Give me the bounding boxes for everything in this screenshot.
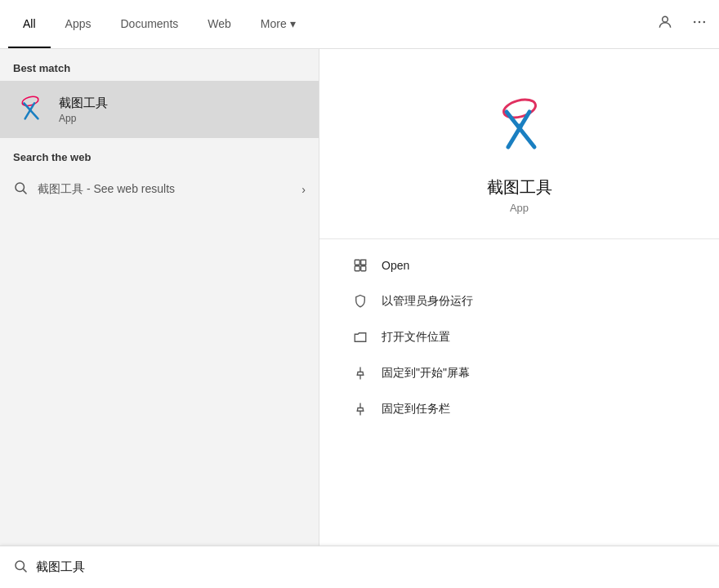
pin-taskbar-icon bbox=[352, 401, 368, 417]
tab-web-label: Web bbox=[208, 17, 231, 30]
person-icon[interactable] bbox=[654, 11, 677, 38]
svg-line-9 bbox=[23, 190, 26, 194]
search-web-icon bbox=[13, 180, 28, 198]
actions-list: Open 以管理员身份运行 打开文件位置 bbox=[319, 239, 719, 435]
tab-more[interactable]: More ▾ bbox=[246, 0, 310, 48]
svg-point-2 bbox=[699, 21, 701, 24]
svg-point-21 bbox=[16, 561, 25, 570]
web-search-label: Search the web bbox=[0, 138, 319, 170]
svg-rect-15 bbox=[355, 266, 360, 271]
svg-point-3 bbox=[703, 21, 706, 24]
svg-point-7 bbox=[29, 108, 31, 110]
app-type-large: App bbox=[510, 202, 529, 214]
tab-all-label: All bbox=[23, 17, 36, 30]
action-run-as-admin[interactable]: 以管理员身份运行 bbox=[319, 283, 719, 319]
open-icon bbox=[352, 257, 368, 274]
tab-web[interactable]: Web bbox=[193, 0, 246, 48]
folder-icon bbox=[352, 329, 368, 345]
best-match-text: 截图工具 App bbox=[59, 96, 108, 124]
svg-line-22 bbox=[23, 568, 26, 572]
chevron-right-icon: › bbox=[301, 183, 306, 196]
best-match-item[interactable]: 截图工具 App bbox=[0, 81, 319, 138]
action-pin-taskbar[interactable]: 固定到任务栏 bbox=[319, 391, 719, 427]
svg-point-13 bbox=[516, 124, 522, 130]
action-admin-label: 以管理员身份运行 bbox=[382, 294, 473, 309]
web-search-text: 截图工具 - See web results bbox=[38, 182, 175, 197]
action-open-location[interactable]: 打开文件位置 bbox=[319, 319, 719, 355]
svg-point-8 bbox=[16, 183, 25, 192]
action-pin-start[interactable]: 固定到"开始"屏幕 bbox=[319, 355, 719, 391]
app-detail: 截图工具 App bbox=[319, 49, 719, 239]
search-bar-icon bbox=[13, 559, 28, 577]
svg-point-4 bbox=[21, 95, 39, 107]
web-search-item[interactable]: 截图工具 - See web results › bbox=[0, 170, 319, 209]
nav-icon-group bbox=[654, 11, 711, 38]
app-name-large: 截图工具 bbox=[487, 176, 552, 198]
action-open[interactable]: Open bbox=[319, 247, 719, 283]
tab-all[interactable]: All bbox=[8, 0, 51, 48]
action-location-label: 打开文件位置 bbox=[382, 330, 450, 345]
best-match-label: Best match bbox=[0, 49, 319, 81]
action-open-label: Open bbox=[382, 259, 409, 272]
tab-documents[interactable]: Documents bbox=[105, 0, 193, 48]
svg-rect-14 bbox=[355, 260, 360, 265]
tab-apps-label: Apps bbox=[65, 17, 92, 30]
bottom-search-bar bbox=[0, 546, 719, 588]
tab-apps[interactable]: Apps bbox=[51, 0, 106, 48]
best-match-title: 截图工具 bbox=[59, 96, 108, 111]
app-icon-small bbox=[13, 92, 47, 127]
tab-documents-label: Documents bbox=[120, 17, 178, 30]
nav-tabs: All Apps Documents Web More ▾ bbox=[8, 0, 310, 48]
action-pin-taskbar-label: 固定到任务栏 bbox=[382, 402, 450, 416]
svg-point-0 bbox=[663, 16, 668, 22]
web-search-left: 截图工具 - See web results bbox=[13, 180, 175, 198]
tab-more-label: More ▾ bbox=[261, 17, 296, 30]
left-panel: Best match 截图工具 App Search bbox=[0, 49, 319, 588]
action-pin-start-label: 固定到"开始"屏幕 bbox=[382, 366, 470, 381]
svg-rect-16 bbox=[361, 266, 366, 271]
svg-point-1 bbox=[694, 21, 696, 24]
pin-start-icon bbox=[352, 365, 368, 381]
app-icon-large bbox=[483, 90, 556, 163]
web-search-suffix: - See web results bbox=[83, 182, 175, 195]
svg-point-10 bbox=[502, 96, 538, 121]
ellipsis-icon[interactable] bbox=[688, 11, 711, 38]
top-navigation: All Apps Documents Web More ▾ bbox=[0, 0, 719, 49]
shield-icon bbox=[352, 293, 368, 310]
best-match-subtitle: App bbox=[59, 113, 108, 124]
main-content: Best match 截图工具 App Search bbox=[0, 49, 719, 588]
right-panel: 截图工具 App Open bbox=[319, 49, 719, 588]
web-search-query: 截图工具 bbox=[38, 182, 83, 195]
search-input[interactable] bbox=[36, 560, 706, 574]
